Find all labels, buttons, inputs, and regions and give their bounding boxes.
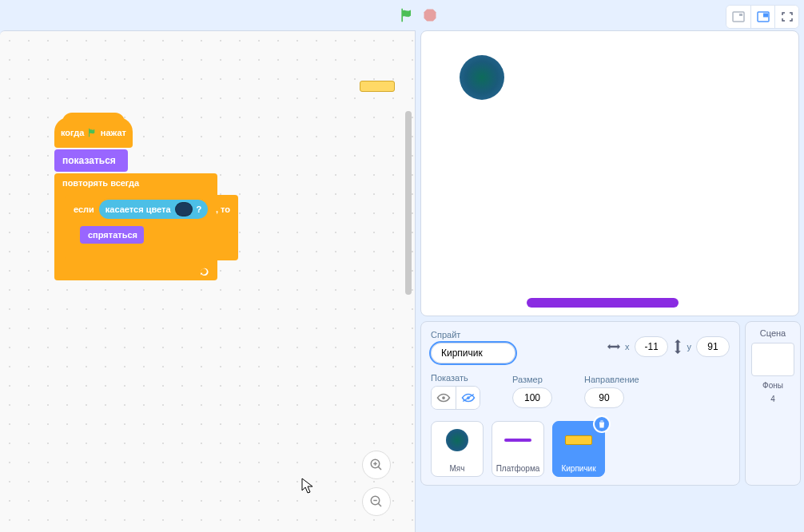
x-arrows-icon xyxy=(607,341,620,352)
y-arrows-icon xyxy=(673,339,683,354)
hat-prefix: когда xyxy=(61,128,84,137)
zoom-out-button[interactable] xyxy=(362,487,391,516)
show-sprite-button[interactable] xyxy=(432,387,456,409)
stage-info-panel: Сцена Фоны 4 xyxy=(745,321,801,486)
hide-block[interactable]: спрятаться xyxy=(80,226,144,244)
if-block[interactable]: если касается цвета ? , то xyxy=(66,195,238,260)
stage-thumbnail[interactable] xyxy=(751,343,794,376)
forever-label: повторять всегда xyxy=(54,173,217,193)
size-label: Размер xyxy=(512,375,552,384)
sprite-tile-platform[interactable]: Платформа xyxy=(492,421,544,477)
sprite-size-input[interactable] xyxy=(512,387,552,408)
workspace-scrollbar[interactable] xyxy=(405,111,412,295)
stage-layout-buttons xyxy=(726,5,799,29)
top-toolbar xyxy=(0,0,804,30)
stage-sprite-ball[interactable] xyxy=(460,55,504,100)
sprite-info-panel: Спрайт x y Показать xyxy=(420,321,740,486)
stage-sprite-paddle[interactable] xyxy=(527,298,679,308)
touching-color-label: касается цвета xyxy=(105,204,171,214)
if-prefix: если xyxy=(74,204,94,214)
svg-marker-0 xyxy=(424,10,436,22)
stage-title: Сцена xyxy=(760,328,786,338)
hide-label: спрятаться xyxy=(88,230,137,240)
zoom-in-button[interactable] xyxy=(362,451,391,479)
sprite-x-input[interactable] xyxy=(635,336,668,357)
hide-sprite-button[interactable] xyxy=(456,387,480,409)
backdrops-label: Фоны xyxy=(762,381,783,390)
floating-block[interactable] xyxy=(360,81,395,92)
block-stack[interactable]: когда нажат показаться повторять всегда … xyxy=(54,117,217,280)
touching-color-reporter[interactable]: касается цвета ? xyxy=(99,200,208,219)
direction-label: Направление xyxy=(584,375,639,384)
sprite-tile-label: Мяч xyxy=(450,464,465,473)
x-label: x xyxy=(625,342,630,351)
script-workspace[interactable]: когда нажат показаться повторять всегда … xyxy=(0,30,416,532)
hat-block-flag-clicked[interactable]: когда нажат xyxy=(54,117,133,148)
loop-arrow-icon xyxy=(198,266,209,277)
svg-point-12 xyxy=(442,396,445,399)
svg-rect-1 xyxy=(733,12,744,22)
show-label: показаться xyxy=(62,155,116,166)
svg-rect-2 xyxy=(739,14,742,16)
sprite-label: Спрайт xyxy=(431,330,515,339)
green-flag-icon xyxy=(87,126,97,139)
svg-rect-4 xyxy=(763,14,768,18)
sprite-list: Мяч Платформа Кирпичик xyxy=(431,421,730,477)
hat-suffix: нажат xyxy=(101,128,126,137)
delete-sprite-button[interactable] xyxy=(593,415,611,433)
forever-block[interactable]: повторять всегда если касается цвета ? xyxy=(54,173,217,280)
sprite-y-input[interactable] xyxy=(696,336,730,357)
y-label: y xyxy=(687,342,692,351)
sprite-tile-brick[interactable]: Кирпичик xyxy=(552,421,605,477)
svg-line-6 xyxy=(378,466,381,470)
backdrops-count: 4 xyxy=(770,395,775,403)
stage[interactable] xyxy=(420,30,799,316)
layout-small-stage-button[interactable] xyxy=(726,6,750,28)
sprite-tile-label: Платформа xyxy=(496,464,540,473)
if-suffix: , то xyxy=(216,204,230,214)
zoom-controls xyxy=(362,451,391,516)
layout-fullscreen-button[interactable] xyxy=(774,6,798,28)
visibility-toggle xyxy=(431,386,480,410)
show-block[interactable]: показаться xyxy=(54,149,128,172)
sprite-tile-ball[interactable]: Мяч xyxy=(431,421,484,477)
layout-large-stage-button[interactable] xyxy=(750,6,774,28)
cursor-icon xyxy=(301,478,314,495)
sprite-tile-label: Кирпичик xyxy=(561,464,595,473)
stop-icon[interactable] xyxy=(423,8,437,22)
sprite-direction-input[interactable] xyxy=(584,387,624,408)
color-swatch[interactable] xyxy=(175,202,193,216)
question-mark: ? xyxy=(197,204,202,214)
sprite-name-input[interactable] xyxy=(431,343,515,363)
svg-line-10 xyxy=(378,503,381,506)
green-flag-icon[interactable] xyxy=(399,6,415,24)
show-label: Показать xyxy=(431,373,480,383)
